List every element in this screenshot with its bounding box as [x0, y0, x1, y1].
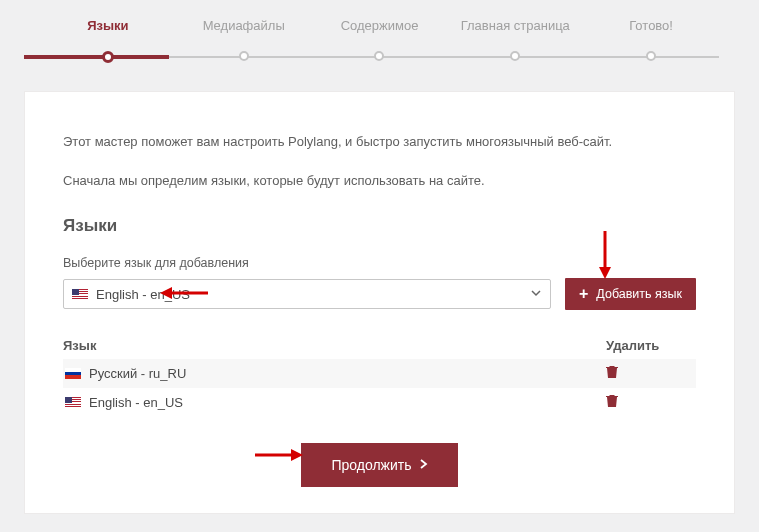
step-label: Главная страница	[461, 18, 570, 33]
section-title: Языки	[63, 216, 696, 236]
wizard-stepper: Языки Медиафайлы Содержимое Главная стра…	[0, 0, 759, 63]
table-row: Русский - ru_RU	[63, 359, 696, 388]
intro-text-2: Сначала мы определим языки, которые буду…	[63, 173, 696, 188]
wizard-card: Этот мастер поможет вам настроить Polyla…	[24, 91, 735, 514]
continue-label: Продолжить	[331, 457, 411, 473]
language-select[interactable]: English - en_US	[63, 279, 551, 309]
chevron-right-icon	[420, 458, 428, 472]
col-header-delete: Удалить	[606, 338, 696, 353]
col-header-language: Язык	[63, 338, 606, 353]
step-label: Содержимое	[341, 18, 419, 33]
chevron-down-icon	[530, 287, 542, 302]
step-dot-icon	[510, 51, 520, 61]
step-label: Медиафайлы	[203, 18, 285, 33]
add-language-button[interactable]: + Добавить язык	[565, 278, 696, 310]
step-dot-icon	[374, 51, 384, 61]
step-media[interactable]: Медиафайлы	[176, 18, 312, 63]
step-homepage[interactable]: Главная страница	[447, 18, 583, 63]
selected-language-text: English - en_US	[96, 287, 190, 302]
delete-language-button[interactable]	[606, 366, 618, 382]
step-dot-icon	[102, 51, 114, 63]
add-language-label: Добавить язык	[596, 287, 682, 301]
step-done[interactable]: Готово!	[583, 18, 719, 63]
languages-table: Язык Удалить Русский - ru_RU English - e…	[63, 338, 696, 417]
intro-text-1: Этот мастер поможет вам настроить Polyla…	[63, 134, 696, 149]
plus-icon: +	[579, 286, 588, 302]
step-languages[interactable]: Языки	[40, 18, 176, 63]
step-dot-icon	[646, 51, 656, 61]
step-dot-icon	[239, 51, 249, 61]
step-label: Готово!	[629, 18, 673, 33]
continue-button[interactable]: Продолжить	[301, 443, 457, 487]
language-name: Русский - ru_RU	[89, 366, 186, 381]
language-name: English - en_US	[89, 395, 183, 410]
step-label: Языки	[87, 18, 128, 33]
flag-us-icon	[72, 289, 88, 300]
trash-icon	[606, 365, 618, 379]
select-label: Выберите язык для добавления	[63, 256, 696, 270]
flag-us-icon	[65, 397, 81, 408]
delete-language-button[interactable]	[606, 395, 618, 411]
flag-ru-icon	[65, 368, 81, 379]
trash-icon	[606, 394, 618, 408]
step-content[interactable]: Содержимое	[312, 18, 448, 63]
table-row: English - en_US	[63, 388, 696, 417]
table-header: Язык Удалить	[63, 338, 696, 359]
